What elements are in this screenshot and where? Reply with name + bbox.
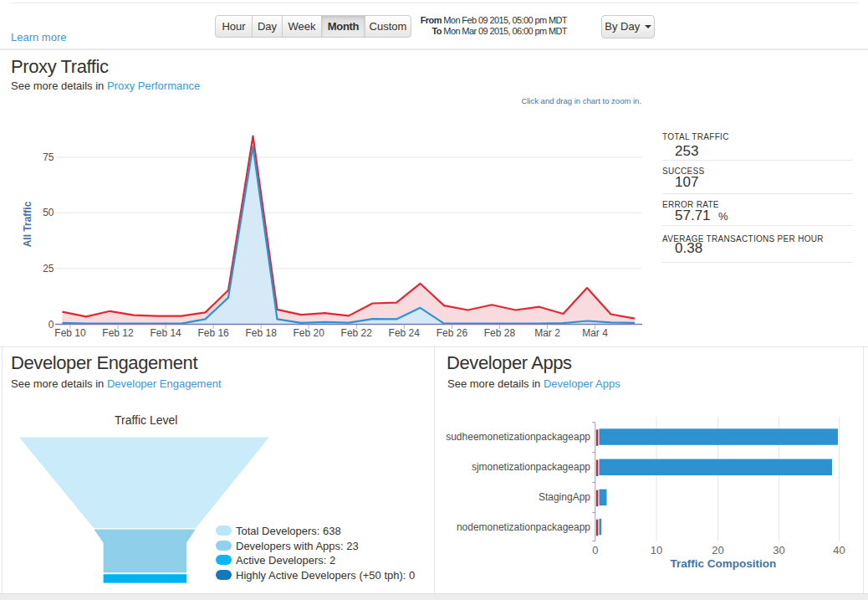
- svg-text:10: 10: [651, 544, 662, 556]
- svg-text:Mar 4: Mar 4: [582, 327, 608, 339]
- svg-text:sjmonetizationpackageapp: sjmonetizationpackageapp: [472, 461, 590, 473]
- svg-text:StagingApp: StagingApp: [539, 491, 590, 503]
- svg-text:25: 25: [43, 263, 54, 274]
- svg-text:Feb 10: Feb 10: [54, 327, 86, 339]
- svg-text:75: 75: [43, 151, 54, 163]
- svg-text:50: 50: [43, 207, 54, 218]
- svg-text:Feb 14: Feb 14: [150, 327, 181, 339]
- svg-text:Traffic Composition: Traffic Composition: [671, 557, 777, 570]
- svg-text:sudheemonetizationpackageapp: sudheemonetizationpackageapp: [446, 431, 590, 443]
- svg-text:Feb 26: Feb 26: [437, 327, 468, 339]
- svg-text:Feb 28: Feb 28: [484, 327, 516, 339]
- svg-text:Feb 16: Feb 16: [197, 327, 229, 339]
- svg-text:0: 0: [592, 544, 598, 556]
- svg-text:Feb 18: Feb 18: [246, 327, 278, 339]
- svg-text:30: 30: [773, 544, 784, 556]
- svg-text:Mar 2: Mar 2: [534, 327, 560, 339]
- svg-text:Feb 12: Feb 12: [102, 327, 134, 339]
- svg-text:Feb 22: Feb 22: [341, 327, 373, 339]
- svg-text:40: 40: [833, 544, 845, 556]
- svg-text:nodemonetizationpackageapp: nodemonetizationpackageapp: [457, 521, 590, 533]
- svg-text:Feb 20: Feb 20: [294, 327, 325, 339]
- svg-text:Feb 24: Feb 24: [389, 327, 421, 339]
- svg-text:0: 0: [49, 319, 54, 331]
- svg-text:20: 20: [712, 544, 723, 556]
- svg-text:All Traffic: All Traffic: [22, 201, 33, 247]
